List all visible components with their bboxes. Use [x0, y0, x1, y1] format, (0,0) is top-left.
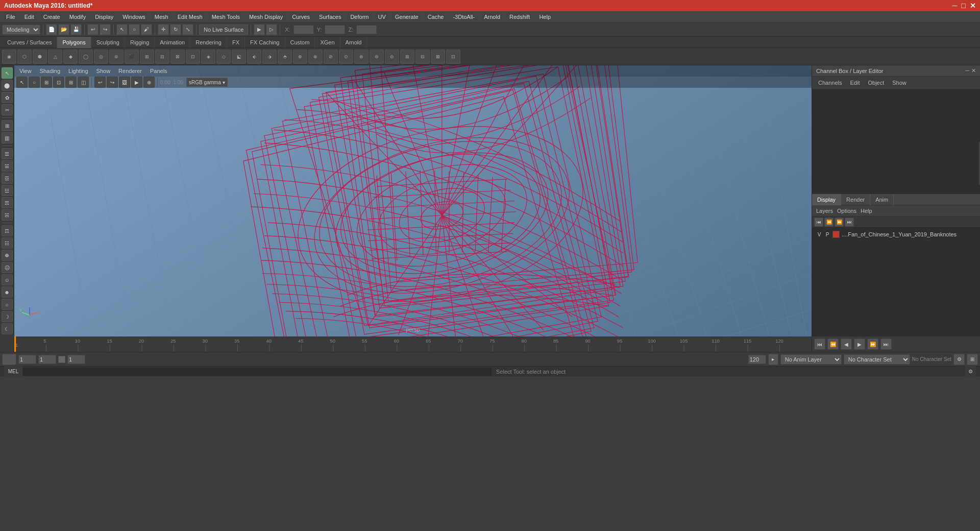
shelf-icon-15[interactable]: ◇ — [216, 50, 231, 64]
menu-item-deform[interactable]: Deform — [346, 13, 373, 21]
shelf-icon-6[interactable]: ◯ — [79, 50, 93, 64]
shelf-icon-5[interactable]: ◆ — [63, 50, 78, 64]
shelf-tab-rendering[interactable]: Rendering — [190, 37, 227, 48]
display-tab[interactable]: Display — [812, 194, 841, 205]
shelf-icon-13[interactable]: ⊡ — [186, 50, 200, 64]
shelf-icon-9[interactable]: ⬛ — [125, 50, 139, 64]
select-mode-button[interactable]: ↖ — [2, 67, 13, 79]
render-layer-button[interactable]: ☱ — [2, 160, 13, 172]
extra-btn-7[interactable]: ☼ — [2, 299, 13, 310]
vp-wireframe-on-shaded[interactable]: ◫ — [78, 77, 89, 88]
z-coord-input[interactable] — [356, 25, 377, 34]
extra-btn-6[interactable]: ☻ — [2, 286, 13, 298]
shelf-icon-28[interactable]: ⊟ — [415, 50, 430, 64]
character-set-dropdown[interactable]: No Character Set — [844, 354, 910, 365]
rotate-tool[interactable]: ↻ — [170, 24, 181, 35]
menu-item-mesh-display[interactable]: Mesh Display — [245, 13, 287, 21]
menu-item-surfaces[interactable]: Surfaces — [315, 13, 345, 21]
status-settings[interactable]: ⚙ — [965, 366, 976, 377]
mel-python-toggle[interactable]: MEL — [4, 366, 22, 377]
y-coord-input[interactable] — [325, 25, 345, 34]
extra-btn-3[interactable]: ☸ — [2, 250, 13, 261]
shading-menu[interactable]: Shading — [37, 67, 63, 75]
cut-button[interactable]: ✂ — [2, 104, 13, 115]
shelf-icon-24[interactable]: ⊛ — [354, 50, 369, 64]
extra-btn-5[interactable]: ☺ — [2, 274, 13, 285]
shelf-icon-1[interactable]: ◉ — [2, 50, 16, 64]
menu-item--3dtoall-[interactable]: -3DtoAll- — [449, 13, 479, 21]
options-tab[interactable]: Options — [837, 208, 856, 214]
scale-tool[interactable]: ⤡ — [182, 24, 193, 35]
shelf-tab-custom[interactable]: Custom — [285, 37, 315, 48]
paint-ops-button[interactable]: ⬤ — [2, 80, 13, 91]
panels-menu[interactable]: Panels — [147, 67, 170, 75]
menu-item-redshift[interactable]: Redshift — [505, 13, 534, 21]
shelf-icon-2[interactable]: ⬡ — [17, 50, 32, 64]
viewport[interactable]: View Shading Lighting Show Renderer Pane… — [14, 65, 812, 336]
menu-item-uv[interactable]: UV — [374, 13, 389, 21]
menu-item-create[interactable]: Create — [39, 13, 64, 21]
extra-btn-9[interactable]: ☾ — [2, 323, 13, 334]
snap-button[interactable]: ⊞ — [2, 120, 13, 131]
extra-btn-4[interactable]: ☹ — [2, 262, 13, 273]
shelf-icon-20[interactable]: ⊕ — [293, 50, 307, 64]
layers-tab[interactable]: Layers — [816, 208, 833, 214]
move-tool[interactable]: ✛ — [158, 24, 169, 35]
shelf-icon-17[interactable]: ⬖ — [247, 50, 261, 64]
vp-cam-redo[interactable]: ↪ — [107, 77, 118, 88]
vp-frame-sel[interactable]: ⊡ — [53, 77, 64, 88]
shelf-tab-fx-caching[interactable]: FX Caching — [245, 37, 285, 48]
shelf-icon-26[interactable]: ⊝ — [385, 50, 399, 64]
shelf-tab-sculpting[interactable]: Sculpting — [91, 37, 125, 48]
prev-frame-button[interactable]: ⏪ — [827, 339, 839, 350]
vp-snap-pts[interactable]: ⊕ — [143, 77, 155, 88]
anim-layer-dropdown[interactable]: No Anim Layer — [780, 354, 842, 365]
menu-item-mesh-tools[interactable]: Mesh Tools — [208, 13, 244, 21]
frame-range-start[interactable] — [18, 355, 36, 364]
bottom-settings-2[interactable]: ⊞ — [967, 354, 978, 365]
anim-layer-button[interactable]: ☲ — [2, 173, 13, 184]
menu-item-cache[interactable]: Cache — [424, 13, 448, 21]
menu-item-arnold[interactable]: Arnold — [480, 13, 504, 21]
shelf-icon-16[interactable]: ⬕ — [232, 50, 246, 64]
shelf-icon-25[interactable]: ⊜ — [370, 50, 384, 64]
renderer-menu[interactable]: Renderer — [115, 67, 145, 75]
shelf-tab-animation[interactable]: Animation — [155, 37, 190, 48]
redo-button[interactable]: ↪ — [100, 24, 111, 35]
vp-cam-undo[interactable]: ↩ — [94, 77, 106, 88]
layer-back-frame[interactable]: ⏪ — [824, 218, 834, 227]
light-button[interactable]: ☵ — [2, 209, 13, 221]
layer-next-frame[interactable]: ⏩ — [835, 218, 844, 227]
sculpt-button[interactable]: ✿ — [2, 92, 13, 103]
vp-image-plane[interactable]: 🖼 — [119, 77, 130, 88]
layer-playback[interactable]: P — [824, 232, 830, 237]
lighting-menu[interactable]: Lighting — [65, 67, 91, 75]
extra-btn-2[interactable]: ☷ — [2, 237, 13, 249]
paint-select[interactable]: 🖌 — [141, 24, 152, 35]
menu-item-modify[interactable]: Modify — [65, 13, 90, 21]
menu-item-mesh[interactable]: Mesh — [151, 13, 173, 21]
mel-input[interactable] — [22, 367, 492, 376]
ipr-render[interactable]: ▷ — [266, 24, 277, 35]
ref-layer-button[interactable]: ☳ — [2, 185, 13, 196]
menu-item-windows[interactable]: Windows — [118, 13, 150, 21]
shelf-tab-polygons[interactable]: Polygons — [57, 37, 91, 48]
show-menu[interactable]: Show — [93, 67, 114, 75]
bottom-settings-1[interactable]: ⚙ — [953, 354, 965, 365]
extra-btn-8[interactable]: ☽ — [2, 311, 13, 322]
show-tab[interactable]: Show — [890, 79, 909, 87]
layer-visible[interactable]: V — [816, 232, 822, 237]
shelf-icon-19[interactable]: ⬘ — [278, 50, 292, 64]
minimize-button[interactable]: ─ — [952, 2, 958, 10]
workspace-dropdown[interactable]: Modeling — [2, 25, 40, 35]
shelf-icon-14[interactable]: ◈ — [201, 50, 215, 64]
menu-item-file[interactable]: File — [2, 13, 19, 21]
menu-item-edit-mesh[interactable]: Edit Mesh — [174, 13, 207, 21]
shelf-icon-10[interactable]: ⊞ — [140, 50, 154, 64]
vp-render[interactable]: ▶ — [131, 77, 142, 88]
edit-tab[interactable]: Edit — [848, 79, 862, 87]
play-back-button[interactable]: ◀ — [841, 339, 852, 350]
goto-end-button[interactable]: ⏭ — [880, 339, 892, 350]
open-scene-button[interactable]: 📂 — [58, 24, 69, 35]
select-tool[interactable]: ↖ — [116, 24, 128, 35]
